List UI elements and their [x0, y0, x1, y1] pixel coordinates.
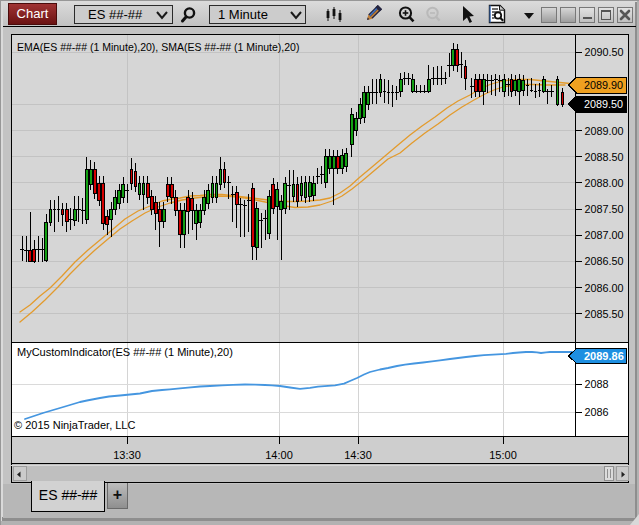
svg-text:14:00: 14:00 [265, 449, 293, 461]
svg-text:2087.50: 2087.50 [585, 203, 624, 215]
svg-text:2088.00: 2088.00 [585, 177, 624, 189]
svg-text:15:00: 15:00 [489, 449, 517, 461]
svg-text:2089.86: 2089.86 [584, 350, 624, 362]
svg-text:EMA(ES ##-## (1 Minute),20), S: EMA(ES ##-## (1 Minute),20), SMA(ES ##-#… [17, 41, 299, 53]
svg-text:2089.00: 2089.00 [585, 125, 624, 137]
svg-text:2089.90: 2089.90 [584, 79, 623, 91]
svg-text:2086.00: 2086.00 [585, 282, 624, 294]
svg-text:MyCustomIndicator(ES ##-## (1: MyCustomIndicator(ES ##-## (1 Minute),20… [17, 346, 233, 358]
svg-text:2085.50: 2085.50 [585, 308, 624, 320]
svg-text:2087.00: 2087.00 [585, 229, 624, 241]
svg-text:© 2015 NinjaTrader, LLC: © 2015 NinjaTrader, LLC [14, 419, 135, 431]
svg-text:13:30: 13:30 [113, 449, 141, 461]
svg-text:2086: 2086 [585, 406, 609, 418]
svg-text:2088: 2088 [585, 378, 609, 390]
svg-text:2086.50: 2086.50 [585, 255, 624, 267]
svg-text:2088.50: 2088.50 [585, 151, 624, 163]
svg-text:14:30: 14:30 [344, 449, 372, 461]
svg-text:2089.50: 2089.50 [584, 98, 623, 110]
svg-text:2090.50: 2090.50 [585, 46, 624, 58]
